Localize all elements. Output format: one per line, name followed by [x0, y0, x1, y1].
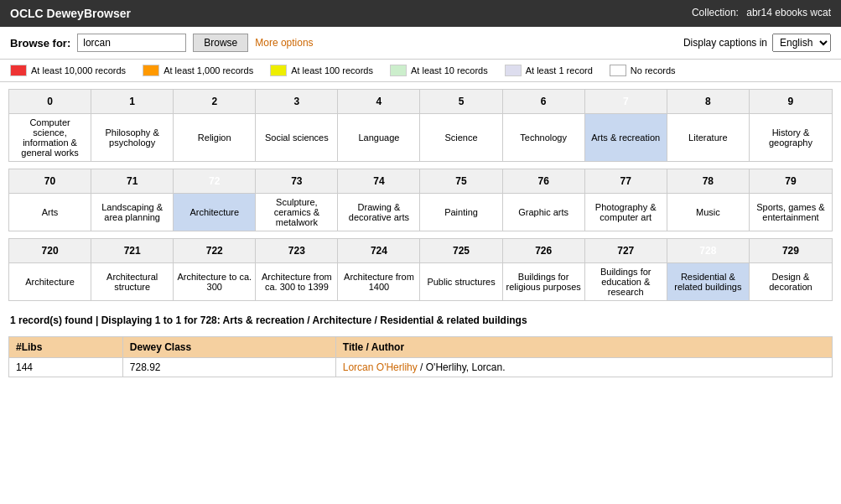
- grid-header-cell-79[interactable]: 79: [750, 169, 832, 193]
- grid-3: 720721722723724725726727728729 Architect…: [8, 238, 833, 301]
- browse-button[interactable]: Browse: [193, 34, 248, 52]
- legend-label-0: At least 10,000 records: [31, 65, 126, 75]
- legend: At least 10,000 recordsAt least 1,000 re…: [0, 60, 841, 82]
- grid-header-cell-4[interactable]: 4: [338, 90, 420, 113]
- grid-1-headers: 0123456789: [9, 90, 832, 114]
- grid-header-cell-77[interactable]: 77: [585, 169, 667, 193]
- grid-header-cell-76[interactable]: 76: [503, 169, 585, 193]
- record-link[interactable]: Lorcan O'Herlihy: [343, 361, 418, 373]
- grid-header-cell-725[interactable]: 725: [420, 239, 502, 262]
- results-col-2: Title / Author: [335, 337, 832, 358]
- grid-header-cell-72[interactable]: 72: [174, 169, 256, 193]
- grid-header-cell-6[interactable]: 6: [503, 90, 585, 113]
- grid-label-cell-0[interactable]: Computer science, information & general …: [9, 114, 91, 161]
- grid-label-cell-720[interactable]: Architecture: [9, 263, 91, 300]
- legend-swatch-5: [610, 65, 626, 76]
- grid-label-cell-73[interactable]: Sculpture, ceramics & metalwork: [256, 194, 338, 231]
- grid-header-cell-720[interactable]: 720: [9, 239, 91, 262]
- search-input[interactable]: [77, 34, 186, 52]
- grid-header-cell-726[interactable]: 726: [503, 239, 585, 262]
- grid-label-cell-725[interactable]: Public structures: [420, 263, 502, 300]
- grid-header-cell-727[interactable]: 727: [585, 239, 667, 262]
- grid-label-cell-2[interactable]: Religion: [174, 114, 256, 161]
- results-header-row: #LibsDewey ClassTitle / Author: [9, 337, 833, 358]
- app-title: OCLC DeweyBrowser: [10, 7, 131, 20]
- legend-item-2: At least 100 records: [270, 65, 373, 76]
- grid-header-cell-1[interactable]: 1: [91, 90, 174, 113]
- grid-label-cell-7[interactable]: Arts & recreation: [585, 114, 667, 161]
- grid-3-labels[interactable]: ArchitectureArchitectural structureArchi…: [9, 263, 832, 300]
- legend-label-2: At least 100 records: [291, 65, 373, 75]
- collection-label: Collection:: [692, 7, 739, 18]
- grid-label-cell-721[interactable]: Architectural structure: [91, 263, 174, 300]
- grid-header-cell-3[interactable]: 3: [256, 90, 338, 113]
- grid-label-cell-5[interactable]: Science: [420, 114, 502, 161]
- grid-label-cell-74[interactable]: Drawing & decorative arts: [338, 194, 420, 231]
- grid-header-cell-728[interactable]: 728: [667, 239, 750, 262]
- grid-label-cell-723[interactable]: Architecture from ca. 300 to 1399: [256, 263, 338, 300]
- grid-label-cell-8[interactable]: Literature: [667, 114, 750, 161]
- more-options-link[interactable]: More options: [255, 37, 313, 49]
- grid-label-cell-76[interactable]: Graphic arts: [503, 194, 585, 231]
- grid-header-cell-722[interactable]: 722: [174, 239, 256, 262]
- cell-title[interactable]: Lorcan O'Herlihy / O'Herlihy, Lorcan.: [335, 358, 832, 377]
- grid-label-cell-79[interactable]: Sports, games & entertainment: [750, 194, 832, 231]
- display-captions: Display captions in English: [683, 34, 831, 52]
- grid-header-cell-721[interactable]: 721: [91, 239, 174, 262]
- lang-select[interactable]: English: [772, 34, 831, 52]
- grid-header-cell-78[interactable]: 78: [667, 169, 750, 193]
- legend-item-1: At least 1,000 records: [143, 65, 253, 76]
- grid-label-cell-70[interactable]: Arts: [9, 194, 91, 231]
- collection-items: abr14 ebooks wcat: [746, 7, 831, 18]
- grid-label-cell-71[interactable]: Landscaping & area planning: [91, 194, 174, 231]
- grid-header-cell-74[interactable]: 74: [338, 169, 420, 193]
- grid-label-cell-1[interactable]: Philosophy & psychology: [91, 114, 174, 161]
- cell-dewey: 728.92: [122, 358, 335, 377]
- grid-header-cell-5[interactable]: 5: [420, 90, 502, 113]
- results-body: 144728.92Lorcan O'Herlihy / O'Herlihy, L…: [9, 358, 833, 377]
- grid-2-labels[interactable]: ArtsLandscaping & area planningArchitect…: [9, 194, 832, 231]
- cell-libs: 144: [9, 358, 123, 377]
- display-captions-label: Display captions in: [683, 37, 767, 49]
- results-summary: 1 record(s) found | Displaying 1 to 1 fo…: [0, 308, 841, 333]
- grid-label-cell-75[interactable]: Painting: [420, 194, 502, 231]
- grid-header-cell-71[interactable]: 71: [91, 169, 174, 193]
- grid-header-cell-75[interactable]: 75: [420, 169, 502, 193]
- grid-2: 70717273747576777879 ArtsLandscaping & a…: [8, 169, 833, 231]
- grid-header-cell-9[interactable]: 9: [750, 90, 832, 113]
- grid-label-cell-77[interactable]: Photography & computer art: [585, 194, 667, 231]
- grid-header-cell-73[interactable]: 73: [256, 169, 338, 193]
- legend-swatch-2: [270, 65, 287, 76]
- grid-label-cell-4[interactable]: Language: [338, 114, 420, 161]
- grid-label-cell-72[interactable]: Architecture: [174, 194, 256, 231]
- legend-item-0: At least 10,000 records: [10, 65, 126, 76]
- grid-header-cell-0[interactable]: 0: [9, 90, 91, 113]
- grid-label-cell-724[interactable]: Architecture from 1400: [338, 263, 420, 300]
- grid-3-headers: 720721722723724725726727728729: [9, 239, 832, 263]
- grid-label-cell-727[interactable]: Buildings for education & research: [585, 263, 667, 300]
- grid-header-cell-70[interactable]: 70: [9, 169, 91, 193]
- grid-label-cell-6[interactable]: Technology: [503, 114, 585, 161]
- grid-1: 0123456789 Computer science, information…: [8, 89, 833, 162]
- legend-label-3: At least 10 records: [411, 65, 488, 75]
- grid-label-cell-9[interactable]: History & geography: [750, 114, 832, 161]
- legend-swatch-3: [390, 65, 407, 76]
- grid-label-cell-729[interactable]: Design & decoration: [750, 263, 832, 300]
- grid-header-cell-729[interactable]: 729: [750, 239, 832, 262]
- grid-header-cell-723[interactable]: 723: [256, 239, 338, 262]
- grid-label-cell-728[interactable]: Residential & related buildings: [667, 263, 750, 300]
- results-col-1: Dewey Class: [122, 337, 335, 358]
- grid-label-cell-3[interactable]: Social sciences: [256, 114, 338, 161]
- grid-label-cell-726[interactable]: Buildings for religious purposes: [503, 263, 585, 300]
- grid-header-cell-724[interactable]: 724: [338, 239, 420, 262]
- grid-header-cell-8[interactable]: 8: [667, 90, 750, 113]
- grid-1-labels[interactable]: Computer science, information & general …: [9, 114, 832, 161]
- legend-item-4: At least 1 record: [505, 65, 593, 76]
- grid-header-cell-2[interactable]: 2: [174, 90, 256, 113]
- app-header: OCLC DeweyBrowser Collection: abr14 eboo…: [0, 0, 841, 27]
- grid-header-cell-7[interactable]: 7: [585, 90, 667, 113]
- grid-label-cell-78[interactable]: Music: [667, 194, 750, 231]
- grid-label-cell-722[interactable]: Architecture to ca. 300: [174, 263, 256, 300]
- results-summary-text: 1 record(s) found | Displaying 1 to 1 fo…: [10, 314, 527, 326]
- grid-2-headers: 70717273747576777879: [9, 169, 832, 194]
